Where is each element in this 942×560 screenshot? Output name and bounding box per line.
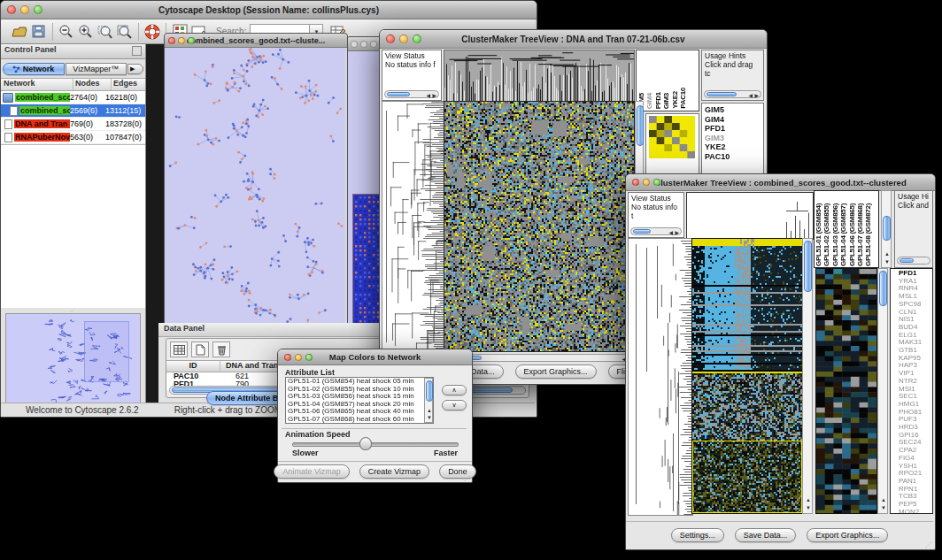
tv1-column-labels[interactable]: GIM5GIM4PFD1GIM3YKE2PAC10 (636, 50, 699, 111)
tab-network[interactable]: Network (3, 63, 65, 75)
tv2-column-label[interactable]: GPL51-03 (GSM856) (832, 203, 839, 266)
treeview1-title-bar[interactable]: ClusterMaker TreeView : DNA and Tran 07-… (380, 30, 767, 49)
dialog-title-bar[interactable]: Map Colors to Network (278, 349, 472, 365)
tv1-row-label[interactable]: YKE2 (705, 142, 761, 152)
tv2-status-hscrollbar[interactable]: ◀▶ (630, 227, 682, 235)
tv2-column-label[interactable]: GPL51-02 (GSM855) (823, 203, 830, 266)
minimize-button[interactable] (20, 5, 29, 14)
tv1-footer-button[interactable]: Export Graphics... (515, 364, 597, 379)
tv2-footer-button[interactable]: Export Graphics... (807, 528, 888, 542)
save-icon[interactable] (29, 22, 49, 42)
new-attribute-icon[interactable] (191, 341, 209, 357)
tv1-row-label[interactable]: PAC10 (705, 152, 761, 162)
zoom-button[interactable] (413, 35, 421, 43)
zoom-selected-icon[interactable] (96, 22, 115, 42)
tv2-column-labels[interactable]: GPL51-01 (GSM854)GPL51-02 (GSM855)GPL51-… (814, 190, 879, 268)
network-list-row[interactable]: combined_sco2569(6)13112(15) (1, 104, 145, 118)
tv2-row-dendrogram[interactable] (628, 238, 693, 516)
zoom-out-icon[interactable] (57, 22, 76, 42)
close-button[interactable] (284, 354, 291, 361)
network-list-row[interactable]: combined_scores2764(0)16218(0) (1, 91, 145, 104)
close-button[interactable] (7, 5, 16, 14)
gene-label[interactable]: MON2 (899, 509, 932, 514)
tv2-column-label[interactable]: GPL51-06 (GSM865) (849, 203, 856, 266)
resize-grip-icon[interactable]: ⋰ (464, 475, 470, 482)
zoom-button[interactable] (34, 5, 42, 14)
close-button[interactable] (386, 35, 395, 43)
treeview2-title-bar[interactable]: ClusterMaker TreeView : combined_scores_… (626, 174, 935, 191)
create-vizmap-button[interactable]: Create Vizmap (359, 464, 429, 479)
network-window1-title-bar[interactable]: combined_scores_good.txt--cluste... (165, 34, 347, 48)
tv1-column-label[interactable]: YKE2 (672, 91, 679, 109)
tv1-usage-hscrollbar[interactable]: ◀▶ (704, 90, 761, 98)
tv2-heatmap-global[interactable] (691, 238, 803, 514)
tv2-column-label[interactable]: GPL51-01 (GSM854) (815, 203, 822, 266)
close-button[interactable] (168, 37, 175, 44)
tv1-column-label[interactable]: GIM3 (663, 93, 670, 109)
tv2-footer-button[interactable]: Settings... (671, 528, 724, 542)
tv1-status-hscrollbar[interactable]: ◀▶ (384, 90, 439, 98)
tv1-column-dendrogram[interactable] (444, 50, 635, 102)
tv2-column-label[interactable]: GPL51-08 (GSM872) (865, 203, 872, 266)
tv2-column-label[interactable]: GPL51-07 (GSM868) (857, 203, 864, 266)
tab-overflow-arrow-icon[interactable]: ▶ (127, 64, 143, 74)
tab-vizmapper[interactable]: VizMapper™ (66, 63, 127, 75)
minimize-button[interactable] (643, 179, 650, 186)
network-list-row[interactable]: RNAPuberNov2+563(0)107847(0) (1, 131, 145, 144)
delete-attribute-trash-icon[interactable] (212, 341, 230, 357)
animate-vizmap-button[interactable]: Animate Vizmap (274, 464, 349, 479)
tv2-column-dendrogram[interactable] (686, 192, 814, 240)
close-button[interactable] (632, 179, 639, 186)
tv2-gene-labels[interactable]: PFD1YRA1RNR4MSL1SPC98CLN1NIS1BUD4ELG1MAK… (890, 268, 933, 514)
zoom-button[interactable] (188, 37, 195, 44)
main-title-bar[interactable]: Cytoscape Desktop (Session Name: collins… (1, 1, 537, 19)
minimize-button[interactable] (178, 37, 185, 44)
tv2-usage-hscrollbar[interactable] (897, 257, 930, 265)
network-list-empty-area[interactable] (1, 145, 145, 308)
attribute-list-vscrollbar[interactable]: ▲▼ (424, 378, 433, 423)
move-attribute-down-button[interactable]: ∨ (442, 400, 467, 410)
tv1-row-label[interactable]: GIM3 (705, 134, 761, 143)
network-table-header[interactable]: Network Nodes Edges (1, 78, 145, 91)
tv1-selected-cluster-heatmap[interactable] (649, 116, 695, 158)
tv1-column-label[interactable]: PAC10 (680, 88, 687, 109)
network-edge-count: 13112(15) (105, 106, 145, 115)
treeview2-window: ClusterMaker TreeView : combined_scores_… (625, 173, 936, 550)
attribute-list[interactable]: GPL51-01 (GSM854) heat shock 05 minGPL51… (285, 377, 434, 424)
network-canvas-1[interactable] (165, 48, 345, 326)
minimize-button[interactable] (295, 354, 302, 361)
attribute-list-item[interactable]: GPL51-07 (GSM868) heat shock 60 min (286, 416, 433, 424)
tv1-column-label[interactable]: PFD1 (655, 92, 662, 109)
tv1-row-dendrogram[interactable] (382, 101, 445, 352)
move-attribute-up-button[interactable]: ∧ (442, 385, 467, 395)
tv2-zoom-vscrollbar[interactable]: ▲▼ (877, 268, 888, 514)
help-lifesaver-icon[interactable] (143, 22, 162, 42)
zoom-button[interactable] (370, 41, 377, 48)
tv2-heatmap-zoom[interactable] (815, 268, 877, 514)
animation-speed-slider-thumb[interactable] (359, 437, 372, 450)
tv2-column-label[interactable]: GPL51-04 (GSM857) (840, 203, 847, 266)
tv1-row-label[interactable]: PFD1 (705, 124, 761, 134)
zoom-button[interactable] (305, 354, 313, 361)
select-attributes-icon[interactable] (170, 341, 188, 357)
tv1-row-label[interactable]: GIM5 (705, 105, 761, 115)
tv1-column-label[interactable]: GIM4 (646, 93, 653, 109)
zoom-button[interactable] (653, 179, 660, 186)
tv1-heatmap[interactable] (444, 101, 635, 352)
tv2-collabel-vscrollbar[interactable]: ▲▼ (881, 190, 892, 268)
tv2-footer-button[interactable]: Save Data... (735, 528, 797, 542)
float-panel-icon[interactable] (132, 46, 142, 56)
zoom-in-icon[interactable] (76, 22, 96, 42)
resize-grip-icon[interactable]: ⋰ (925, 541, 931, 548)
done-button[interactable]: Done (439, 464, 476, 479)
zoom-fit-icon[interactable] (115, 22, 135, 42)
tv2-global-vscrollbar[interactable]: ▲▼ (802, 238, 813, 514)
minimize-button[interactable] (360, 41, 367, 48)
close-button[interactable] (351, 41, 358, 48)
tv1-row-label[interactable]: GIM4 (705, 115, 761, 125)
animation-speed-slider-track[interactable] (292, 442, 459, 447)
minimize-button[interactable] (399, 35, 408, 43)
birdseye-overview[interactable] (5, 313, 141, 407)
network-list-row[interactable]: DNA and Tran 07769(0)183728(0) (1, 118, 145, 131)
open-file-icon[interactable] (10, 22, 29, 42)
